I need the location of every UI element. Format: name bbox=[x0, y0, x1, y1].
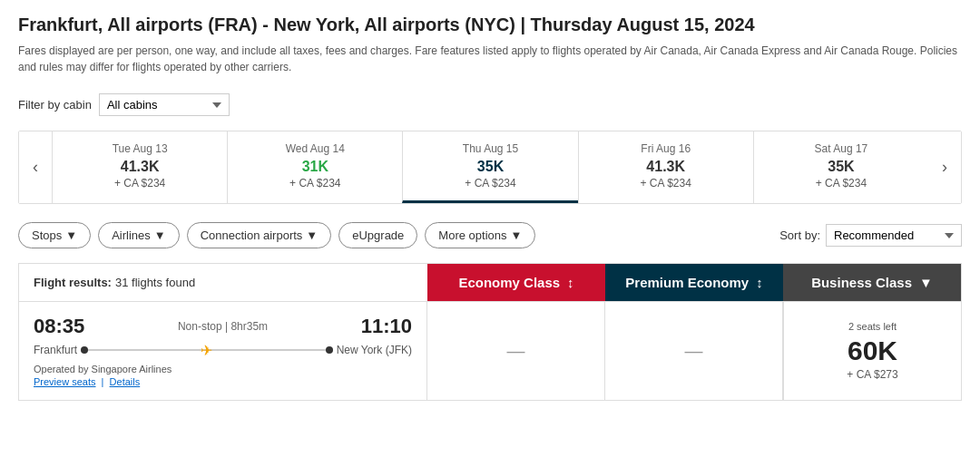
business-class-label: Business Class bbox=[811, 275, 912, 290]
premium-dash-0: — bbox=[685, 341, 703, 362]
results-info: Flight results: 31 flights found bbox=[19, 264, 427, 301]
economy-sort-icon: ↕ bbox=[567, 275, 574, 290]
airlines-filter-label: Airlines bbox=[112, 228, 151, 242]
results-count: 31 flights found bbox=[115, 276, 195, 289]
flight-rows: 08:35Non-stop | 8hr35m11:10Frankfurt ✈ N… bbox=[18, 302, 962, 401]
filter-cabin-row: Filter by cabin All cabinsEconomyPremium… bbox=[18, 93, 962, 116]
date-cells: Tue Aug 1341.3K+ CA $234Wed Aug 1431K+ C… bbox=[52, 131, 928, 203]
date-points-3: 41.3K bbox=[586, 159, 746, 175]
eupgrade-filter-button[interactable]: eUpgrade bbox=[338, 222, 417, 248]
date-points-1: 31K bbox=[235, 159, 395, 175]
stops-chevron-icon: ▼ bbox=[65, 228, 77, 242]
sort-label: Sort by: bbox=[779, 228, 820, 242]
flight-links-0: Preview seats | Details bbox=[34, 376, 412, 387]
date-label-0: Tue Aug 13 bbox=[60, 142, 220, 155]
premium-sort-icon: ↕ bbox=[756, 275, 763, 290]
business-points-0: 60K bbox=[848, 335, 897, 366]
plane-icon-0: ✈ bbox=[201, 342, 212, 359]
flight-operated-0: Operated by Singapore Airlines bbox=[34, 364, 412, 374]
more-options-chevron-icon: ▼ bbox=[511, 228, 523, 242]
economy-class-label: Economy Class bbox=[458, 275, 560, 290]
flight-business-cell-0[interactable]: 2 seats left60K+ CA $273 bbox=[783, 302, 961, 400]
stops-filter-label: Stops bbox=[32, 228, 62, 242]
date-cell-0[interactable]: Tue Aug 1341.3K+ CA $234 bbox=[52, 131, 227, 203]
date-label-4: Sat Aug 17 bbox=[761, 142, 921, 155]
results-header: Flight results: 31 flights found Economy… bbox=[18, 263, 962, 302]
connection-airports-filter-label: Connection airports bbox=[201, 228, 303, 242]
connection-airports-filter-button[interactable]: Connection airports ▼ bbox=[187, 222, 332, 248]
date-cell-3[interactable]: Fri Aug 1641.3K+ CA $234 bbox=[578, 131, 753, 203]
date-price-2: + CA $234 bbox=[410, 177, 570, 190]
date-points-4: 35K bbox=[761, 159, 921, 175]
sort-row: Sort by: RecommendedPriceDurationDepartu… bbox=[779, 224, 962, 247]
date-points-2: 35K bbox=[410, 159, 570, 175]
date-price-3: + CA $234 bbox=[586, 177, 746, 190]
economy-dash-0: — bbox=[507, 341, 525, 362]
economy-class-header[interactable]: Economy Class ↕ bbox=[427, 264, 605, 301]
date-prev-button[interactable]: ‹ bbox=[19, 131, 52, 203]
flight-premium-cell-0: — bbox=[605, 302, 783, 400]
more-options-filter-label: More options bbox=[438, 228, 506, 242]
date-price-0: + CA $234 bbox=[60, 177, 220, 190]
flight-times-row-0: 08:35Non-stop | 8hr35m11:10 bbox=[34, 315, 412, 338]
flight-airports-row-0: Frankfurt ✈ New York (JFK) bbox=[34, 344, 412, 356]
business-cash-0: + CA $273 bbox=[847, 368, 897, 381]
disclaimer-text: Fares displayed are per person, one way,… bbox=[18, 43, 962, 75]
date-price-1: + CA $234 bbox=[235, 177, 395, 190]
flight-arrive-time-0: 11:10 bbox=[361, 315, 412, 338]
filter-cabin-label: Filter by cabin bbox=[18, 98, 92, 112]
premium-economy-label: Premium Economy bbox=[625, 275, 749, 290]
airlines-chevron-icon: ▼ bbox=[154, 228, 166, 242]
more-options-filter-button[interactable]: More options ▼ bbox=[425, 222, 535, 248]
business-class-header[interactable]: Business Class ▼ bbox=[783, 264, 961, 301]
flight-economy-cell-0: — bbox=[427, 302, 605, 400]
date-navigation: ‹ Tue Aug 1341.3K+ CA $234Wed Aug 1431K+… bbox=[18, 131, 962, 204]
flight-info-0: 08:35Non-stop | 8hr35m11:10Frankfurt ✈ N… bbox=[19, 302, 427, 400]
business-seats-left-0: 2 seats left bbox=[848, 321, 897, 332]
date-next-button[interactable]: › bbox=[928, 131, 961, 203]
filter-buttons-row: Stops ▼ Airlines ▼ Connection airports ▼… bbox=[18, 222, 962, 248]
date-label-2: Thu Aug 15 bbox=[410, 142, 570, 155]
date-label-3: Fri Aug 16 bbox=[586, 142, 746, 155]
premium-economy-header[interactable]: Premium Economy ↕ bbox=[605, 264, 783, 301]
preview-seats-link-0[interactable]: Preview seats bbox=[34, 376, 95, 387]
page-title: Frankfurt, All airports (FRA) - New York… bbox=[18, 15, 962, 35]
flight-duration-row-0: Non-stop | 8hr35m bbox=[178, 320, 268, 333]
flight-line-0: ✈ bbox=[77, 349, 337, 351]
eupgrade-filter-label: eUpgrade bbox=[352, 228, 404, 242]
date-price-4: + CA $234 bbox=[761, 177, 921, 190]
stops-filter-button[interactable]: Stops ▼ bbox=[18, 222, 91, 248]
details-link-0[interactable]: Details bbox=[110, 376, 141, 387]
date-cell-2[interactable]: Thu Aug 1535K+ CA $234 bbox=[402, 131, 577, 203]
date-cell-4[interactable]: Sat Aug 1735K+ CA $234 bbox=[753, 131, 928, 203]
flight-depart-time-0: 08:35 bbox=[34, 315, 84, 338]
flight-arrive-city-0: New York (JFK) bbox=[337, 344, 412, 356]
flight-depart-city-0: Frankfurt bbox=[34, 344, 77, 356]
business-sort-icon: ▼ bbox=[919, 275, 933, 290]
airlines-filter-button[interactable]: Airlines ▼ bbox=[98, 222, 180, 248]
connection-airports-chevron-icon: ▼ bbox=[306, 228, 318, 242]
flight-row-0: 08:35Non-stop | 8hr35m11:10Frankfurt ✈ N… bbox=[18, 302, 962, 401]
results-label: Flight results: bbox=[34, 276, 112, 289]
sort-select[interactable]: RecommendedPriceDurationDepartureArrival bbox=[826, 224, 962, 247]
filter-cabin-select[interactable]: All cabinsEconomyPremium EconomyBusiness… bbox=[99, 93, 230, 116]
date-points-0: 41.3K bbox=[60, 159, 220, 175]
date-cell-1[interactable]: Wed Aug 1431K+ CA $234 bbox=[227, 131, 402, 203]
date-label-1: Wed Aug 14 bbox=[235, 142, 395, 155]
